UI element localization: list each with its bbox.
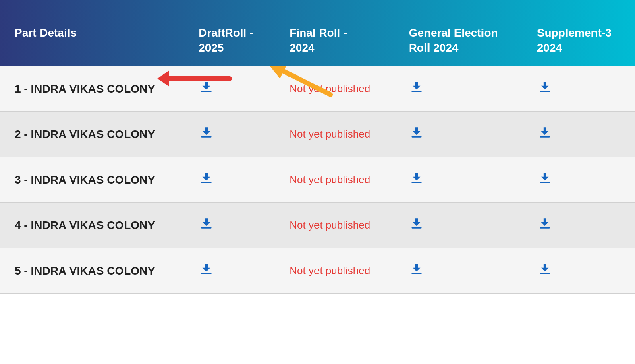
cell-final-roll: Not yet published: [275, 157, 394, 203]
cell-final-roll: Not yet published: [275, 66, 394, 112]
cell-supplement3: [523, 203, 635, 248]
svg-rect-11: [540, 228, 550, 229]
cell-draft-roll: [184, 66, 275, 112]
cell-part-name: 3 - INDRA VIKAS COLONY: [0, 157, 184, 203]
download-draft-icon[interactable]: [199, 170, 214, 189]
cell-supplement3: [523, 248, 635, 294]
table-row: 2 - INDRA VIKAS COLONY Not yet published: [0, 112, 635, 157]
download-general-icon[interactable]: [409, 125, 424, 144]
svg-rect-9: [201, 228, 211, 229]
cell-draft-roll: [184, 157, 275, 203]
svg-rect-3: [201, 136, 211, 138]
download-general-icon[interactable]: [409, 216, 424, 235]
col-header-part-details: Part Details: [0, 0, 184, 66]
col-header-final-roll: Final Roll - 2024: [275, 0, 394, 66]
cell-general-election: [394, 157, 523, 203]
svg-rect-13: [411, 273, 421, 274]
svg-rect-4: [411, 136, 421, 138]
download-draft-icon[interactable]: [199, 216, 214, 235]
download-draft-icon[interactable]: [199, 125, 214, 144]
cell-draft-roll: [184, 112, 275, 157]
cell-draft-roll: [184, 203, 275, 248]
download-supplement3-icon[interactable]: [537, 170, 552, 189]
cell-general-election: [394, 203, 523, 248]
svg-rect-0: [201, 91, 211, 92]
col-header-general-election: General Election Roll 2024: [394, 0, 523, 66]
svg-rect-1: [411, 91, 421, 92]
cell-part-name: 2 - INDRA VIKAS COLONY: [0, 112, 184, 157]
cell-general-election: [394, 248, 523, 294]
cell-part-name: 4 - INDRA VIKAS COLONY: [0, 203, 184, 248]
cell-general-election: [394, 66, 523, 112]
svg-rect-7: [411, 182, 421, 183]
download-supplement3-icon[interactable]: [537, 216, 552, 235]
cell-part-name: 5 - INDRA VIKAS COLONY: [0, 248, 184, 294]
download-general-icon[interactable]: [409, 170, 424, 189]
download-draft-icon[interactable]: [199, 79, 214, 98]
svg-rect-12: [201, 273, 211, 274]
table-row: 4 - INDRA VIKAS COLONY Not yet published: [0, 203, 635, 248]
svg-rect-8: [540, 182, 550, 183]
col-header-supplement3: Supplement-3 2024: [523, 0, 635, 66]
cell-final-roll: Not yet published: [275, 203, 394, 248]
cell-general-election: [394, 112, 523, 157]
download-supplement3-icon[interactable]: [537, 261, 552, 280]
cell-final-roll: Not yet published: [275, 112, 394, 157]
download-draft-icon[interactable]: [199, 261, 214, 280]
cell-supplement3: [523, 157, 635, 203]
table-row: 3 - INDRA VIKAS COLONY Not yet published: [0, 157, 635, 203]
cell-supplement3: [523, 112, 635, 157]
svg-rect-14: [540, 273, 550, 274]
cell-part-name: 1 - INDRA VIKAS COLONY: [0, 66, 184, 112]
download-general-icon[interactable]: [409, 261, 424, 280]
election-roll-table: Part Details DraftRoll - 2025 Final Roll…: [0, 0, 635, 294]
download-general-icon[interactable]: [409, 79, 424, 98]
cell-final-roll: Not yet published: [275, 248, 394, 294]
download-supplement3-icon[interactable]: [537, 79, 552, 98]
download-supplement3-icon[interactable]: [537, 125, 552, 144]
table-row: 1 - INDRA VIKAS COLONY Not yet published: [0, 66, 635, 112]
svg-rect-2: [540, 91, 550, 92]
cell-supplement3: [523, 66, 635, 112]
main-table-container: Part Details DraftRoll - 2025 Final Roll…: [0, 0, 635, 294]
svg-rect-5: [540, 136, 550, 138]
table-row: 5 - INDRA VIKAS COLONY Not yet published: [0, 248, 635, 294]
table-header-row: Part Details DraftRoll - 2025 Final Roll…: [0, 0, 635, 66]
svg-rect-6: [201, 182, 211, 183]
cell-draft-roll: [184, 248, 275, 294]
svg-rect-10: [411, 228, 421, 229]
col-header-draft-roll: DraftRoll - 2025: [184, 0, 275, 66]
